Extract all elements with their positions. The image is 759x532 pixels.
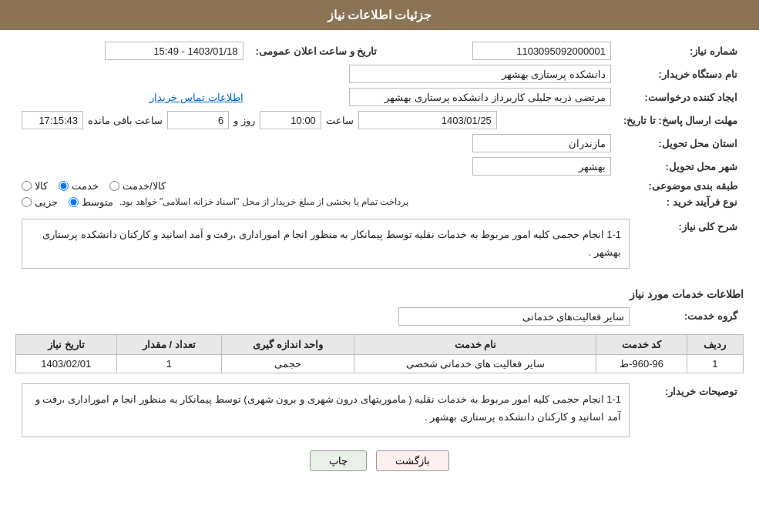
cell-tedad: 1 [116,354,222,373]
sharh-kolli-label: شرح کلی نیاز: [636,216,744,277]
nam-dastgah-label: نام دستگاه خریدار: [617,62,744,85]
tabaqe-kala-option[interactable]: کالا [22,180,48,192]
tamaskh-khardar-link[interactable]: اطلاعات تماس خریدار [149,92,243,103]
tabaqe-kala-radio[interactable] [22,181,32,191]
tabaqe-khadamat-label: خدمت [72,180,99,192]
tabaqe-khadamat-radio[interactable] [59,181,69,191]
cell-nam: سایر فعالیت های خدماتی شخصی [354,354,596,373]
cell-radif: 1 [687,354,743,373]
tabaqe-khadamat-option[interactable]: خدمت [59,180,99,192]
tarikh-elan-value: 1403/01/18 - 15:49 [105,42,243,60]
cell-tarikh: 1403/02/01 [16,354,117,373]
tosih-khardar-label: توصیحات خریدار: [636,381,744,440]
farayand-motavased-radio[interactable] [69,197,79,207]
mohlat-rooz-value: 6 [167,111,229,129]
farayand-jozei-label: جزیی [35,196,58,208]
farayand-motavased-option[interactable]: متوسط [69,196,113,208]
col-radif: ردیف [687,334,743,354]
col-kod: کد خدمت [596,334,687,354]
services-table: ردیف کد خدمت نام خدمت واحد اندازه گیری ت… [15,334,744,373]
mohlat-baghimandeh-value: 17:15:43 [22,111,83,129]
farayand-jozei-radio[interactable] [22,197,32,207]
print-button[interactable]: چاپ [310,450,367,471]
saat-label: ساعت [326,115,354,126]
ostan-label: استان محل تحویل: [617,132,744,155]
ijad-konande-label: ایجاد کننده درخواست: [617,85,744,109]
back-button[interactable]: بازگشت [376,450,449,471]
page-header: جزئیات اطلاعات نیاز [0,0,759,30]
farayand-note: پرداخت تمام یا بخشی از مبلغ خریدار از مح… [119,196,408,207]
groh-khadamat-value: سایر فعالیت‌های خدماتی [398,307,630,326]
tabaqe-kala-khadamat-label: کالا/خدمت [123,180,166,192]
action-buttons: بازگشت چاپ [15,450,744,471]
cell-vahed: حجمی [222,354,354,373]
ostan-value: مازندران [472,134,611,152]
shahr-value: بهشهر [472,157,611,176]
khadamat-section-title: اطلاعات خدمات مورد نیاز [15,288,744,300]
groh-khadamat-label: گروه خدمت: [636,305,744,328]
page-title: جزئیات اطلاعات نیاز [327,8,432,22]
nam-dastgah-value: دانشکده پرستاری بهشهر [349,65,611,83]
rooz-label: روز و [233,115,255,126]
col-nam: نام خدمت [354,334,596,354]
tabaqe-kala-label: کالا [35,180,48,192]
shomare-niaz-value: 1103095092000001 [472,42,611,60]
tosih-khardar-value: 1-1 انجام حجمی کلیه امور مربوط به خدمات … [22,383,630,437]
col-vahed: واحد اندازه گیری [222,334,354,354]
tabaqe-label: طبقه بندی موضوعی: [617,178,744,194]
shomare-niaz-label: شماره نیاز: [617,39,744,62]
cell-kod: 960-96-ط [596,354,687,373]
mohlat-saat-value: 10:00 [260,111,321,129]
farayand-jozei-option[interactable]: جزیی [22,196,58,208]
col-tarikh: تاریخ نیاز [16,334,117,354]
noe-farayand-label: نوع فرآیند خرید : [617,194,744,210]
shahr-label: شهر محل تحویل: [617,155,744,178]
farayand-motavased-label: متوسط [82,196,113,208]
ijad-konande-value: مرتضی ذریه جلیلی کاربرداز دانشکده پرستار… [349,88,611,106]
mohlat-date-value: 1403/01/25 [358,111,497,129]
tabaqe-kala-khadamat-option[interactable]: کالا/خدمت [109,180,166,192]
tabaqe-kala-khadamat-radio[interactable] [109,181,119,191]
col-tedad: تعداد / مقدار [116,334,222,354]
table-row: 1 960-96-ط سایر فعالیت های خدماتی شخصی ح… [16,354,744,373]
mohlat-label: مهلت ارسال پاسخ: تا تاریخ: [617,109,744,132]
tarikh-elan-label: تاریخ و ساعت اعلان عمومی: [250,39,384,62]
baghimandeh-label: ساعت باقی مانده [88,115,163,126]
sharh-kolli-value: 1-1 انجام حجمی کلیه امور مربوط به خدمات … [22,219,630,269]
